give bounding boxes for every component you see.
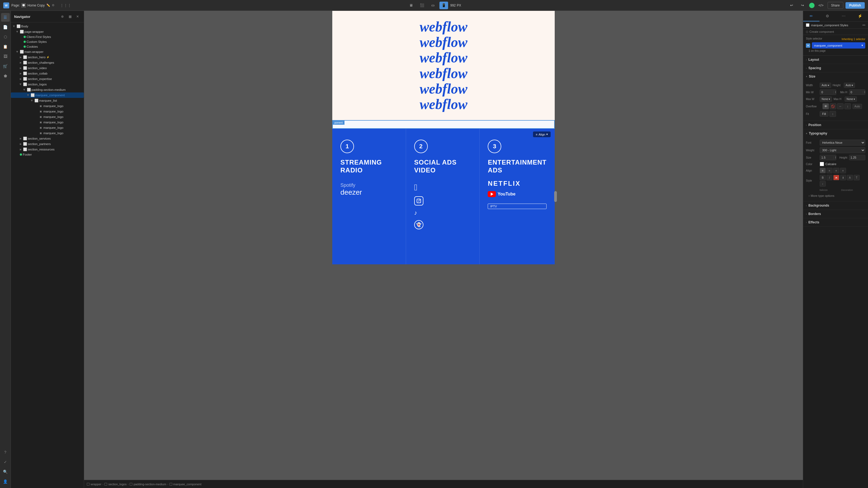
tree-item-marquee-logo-6[interactable]: ▣ marquee_logo — [11, 130, 84, 136]
account-icon[interactable]: 👤 — [1, 477, 10, 486]
ecommerce-icon[interactable]: 🛒 — [1, 62, 10, 70]
logic-icon[interactable]: ⬟ — [1, 72, 10, 80]
underline-btn[interactable]: ⬇ — [840, 175, 846, 180]
desktop-view-btn[interactable]: 🖥 — [407, 2, 415, 9]
tree-item-body[interactable]: ▶ ⬜ Body — [11, 24, 84, 29]
color-swatch[interactable] — [820, 162, 824, 166]
cms-icon[interactable]: 📋 — [1, 42, 10, 51]
create-component-label[interactable]: Create component — [809, 30, 834, 33]
max-w-value[interactable]: None ▾ — [820, 97, 832, 102]
tree-item-marquee-logo-1[interactable]: ▣ marquee_logo — [11, 103, 84, 109]
nav-close-icon[interactable]: ✕ — [74, 13, 81, 20]
tree-item-marquee-logo-4[interactable]: ▣ marquee_logo — [11, 120, 84, 125]
overflow-hidden-btn[interactable]: 🚫 — [830, 103, 836, 109]
borders-section-header[interactable]: › Borders — [803, 210, 868, 218]
weight-select[interactable]: 300 - Light — [820, 147, 865, 153]
more-type-options[interactable]: › More type options — [806, 193, 865, 199]
tree-item-page-wrapper[interactable]: ▶ ⬜ page-wrapper — [11, 29, 84, 34]
fit-value-btn[interactable]: Fill — [820, 111, 828, 117]
backgrounds-section-header[interactable]: › Backgrounds — [803, 201, 868, 209]
tablet-portrait-btn[interactable]: ▭ — [429, 2, 437, 9]
tasks-icon[interactable]: ✓ — [1, 458, 10, 466]
dots-icon[interactable]: ⋮⋮⋮ — [60, 3, 71, 8]
settings-tab[interactable]: ⚙ — [819, 11, 836, 22]
font-select[interactable]: Helvetica Neue — [820, 140, 865, 145]
max-h-value[interactable]: None ▾ — [845, 97, 857, 102]
line-height-input[interactable] — [849, 155, 866, 160]
overflow-scroll-v-btn[interactable]: ↕ — [844, 103, 851, 109]
nav-settings-icon[interactable]: ⊕ — [59, 13, 65, 20]
search-icon[interactable]: 🔍 — [1, 467, 10, 476]
position-section-header[interactable]: › Position — [803, 121, 868, 129]
tablet-view-btn[interactable]: ⬛ — [418, 2, 426, 9]
code-btn[interactable]: </> — [817, 2, 826, 9]
min-w-input[interactable]: PX — [820, 90, 836, 95]
tree-item-main-wrapper[interactable]: ▶ ⬜ main-wrapper — [11, 49, 84, 55]
fit-extra-btn[interactable]: ↕ — [830, 111, 836, 117]
overflow-visible-btn[interactable]: 👁 — [823, 103, 829, 109]
overflow-auto-btn[interactable]: Auto — [852, 104, 862, 109]
selector-box[interactable]: marquee_component ▾ — [812, 42, 865, 48]
bc-item-marquee-component[interactable]: marquee_component — [169, 483, 202, 486]
tree-item-section-video[interactable]: ▶ ⬜ section_video — [11, 65, 84, 71]
component-styles-checkbox[interactable] — [806, 23, 809, 27]
size-field-typo[interactable] — [820, 155, 834, 160]
tree-item-section-services[interactable]: ▶ ⬜ section_services — [11, 136, 84, 141]
nav-layout-icon[interactable]: ▦ — [67, 13, 73, 20]
tree-item-custom-styles[interactable]: Custom Styles — [11, 39, 84, 44]
mobile-view-btn[interactable]: 📱 — [439, 2, 448, 9]
tree-item-marquee-logo-3[interactable]: ▣ marquee_logo — [11, 114, 84, 120]
bold-btn[interactable]: B — [820, 175, 826, 180]
italic-btn[interactable]: I — [827, 175, 833, 180]
align-justify-btn[interactable]: ≡ — [840, 168, 846, 173]
tree-item-marquee-logo-2[interactable]: ▣ marquee_logo — [11, 109, 84, 114]
effects-section-header[interactable]: › Effects — [803, 218, 868, 226]
line-height-field[interactable] — [849, 155, 863, 160]
code-tab[interactable]: ⚡ — [852, 11, 868, 22]
size-section-header[interactable]: ▾ Size — [803, 72, 868, 80]
tree-item-marquee-list[interactable]: ▶ ⬜ marquee_list — [11, 98, 84, 103]
more-style-btn[interactable]: T — [854, 175, 860, 180]
tree-item-section-partners[interactable]: ▶ ⬜ section_partners — [11, 141, 84, 147]
size-input-typo[interactable]: REM — [820, 155, 836, 160]
tree-item-client-first[interactable]: Client-First Styles — [11, 34, 84, 39]
tree-item-section-ressources[interactable]: ▶ ⬜ section_ressources — [11, 147, 84, 152]
page-settings-icon[interactable]: ⚙ — [52, 3, 55, 7]
interactions-tab[interactable]: ⋯ — [836, 11, 852, 22]
align-left-btn[interactable]: ≡ — [820, 168, 826, 173]
min-w-field[interactable] — [820, 90, 834, 95]
components-icon[interactable]: ⬡ — [1, 33, 10, 41]
tree-item-marquee-component[interactable]: ▶ ⬜ marquee_component — [11, 93, 84, 98]
tree-item-padding-section-medium[interactable]: ▶ ⬜ padding-section-medium — [11, 87, 84, 93]
bc-item-section-logos[interactable]: section_logos — [104, 483, 126, 486]
layout-section-header[interactable]: › Layout — [803, 56, 868, 64]
tree-item-section-expertise[interactable]: ▶ ⬜ section_expertise — [11, 76, 84, 82]
spacing-section-header[interactable]: › Spacing — [803, 64, 868, 72]
tree-item-section-challenges[interactable]: ▶ ⬜ section_challenges — [11, 60, 84, 65]
tree-item-section-logos[interactable]: ▶ ⬜ section_logos — [11, 82, 84, 87]
bc-item-padding-section[interactable]: padding-section-medium — [130, 483, 166, 486]
share-button[interactable]: Share — [828, 2, 843, 9]
tree-item-cookies[interactable]: Cookies — [11, 44, 84, 49]
tree-item-section-collab[interactable]: ▶ ⬜ section_collab — [11, 71, 84, 76]
canvas-scroll[interactable]: webflow webflow webflow webflow webflow … — [84, 11, 803, 480]
tree-item-footer[interactable]: Footer — [11, 152, 84, 157]
extra-style-btn[interactable]: ≀ — [820, 181, 826, 187]
uppercase-btn[interactable]: A — [847, 175, 853, 180]
bc-item-wrapper[interactable]: wrapper — [87, 483, 101, 486]
help-icon[interactable]: ? — [1, 448, 10, 457]
overflow-scroll-h-btn[interactable]: ↔ — [837, 103, 844, 109]
tree-item-marquee-logo-5[interactable]: ▣ marquee_logo — [11, 125, 84, 130]
page-edit-icon[interactable]: ✏️ — [46, 3, 50, 7]
publish-button[interactable]: Publish — [845, 2, 865, 9]
navigator-icon[interactable]: ☰ — [1, 13, 10, 22]
style-tab[interactable]: ✏ — [803, 11, 819, 22]
strikethrough-btn[interactable]: ✕ — [833, 175, 839, 180]
component-styles-dots[interactable]: ••• — [862, 24, 865, 27]
height-value[interactable]: Auto ▾ — [844, 83, 855, 88]
align-right-btn[interactable]: ≡ — [833, 168, 839, 173]
undo-btn[interactable]: ↩ — [787, 2, 796, 9]
marquee-selection-highlight[interactable]: ponent — [332, 120, 555, 129]
pages-icon[interactable]: 📄 — [1, 23, 10, 31]
width-value[interactable]: Auto ▾ — [820, 83, 831, 88]
